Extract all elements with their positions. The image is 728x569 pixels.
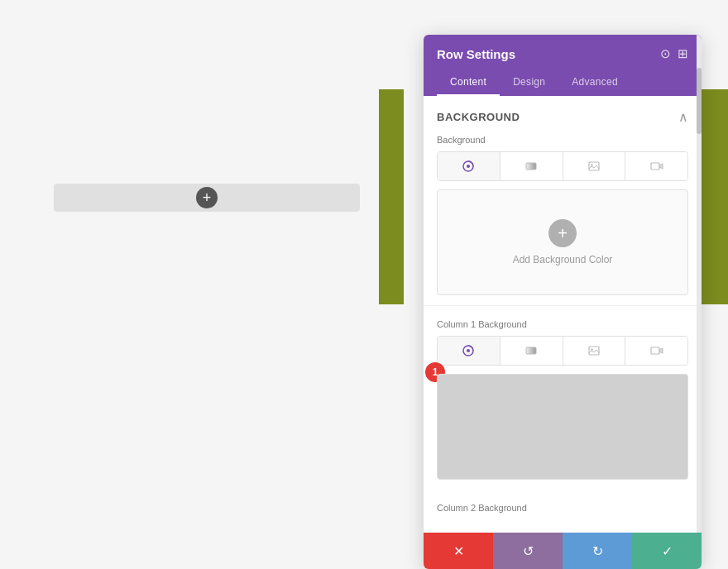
tab-design[interactable]: Design bbox=[500, 69, 558, 96]
video-icon bbox=[650, 160, 663, 173]
column1-preview-wrapper: 1 bbox=[437, 374, 688, 480]
section-header: Background ∧ bbox=[437, 109, 688, 125]
svg-point-4 bbox=[591, 164, 592, 165]
panel-body: Background ∧ Background bbox=[424, 96, 702, 533]
row-settings-panel: Row Settings ⊙ ⊞ Content Design Advanced bbox=[424, 35, 702, 569]
undo-button[interactable]: ↺ bbox=[493, 533, 563, 569]
focus-icon[interactable]: ⊙ bbox=[660, 46, 671, 61]
col1-gradient-tab[interactable] bbox=[500, 337, 563, 365]
col1-image-icon bbox=[587, 344, 601, 357]
col1-color-tab[interactable] bbox=[438, 337, 500, 365]
panel-header: Row Settings ⊙ ⊞ Content Design Advanced bbox=[424, 35, 702, 96]
column1-color-preview[interactable] bbox=[437, 374, 688, 480]
video-tab[interactable] bbox=[625, 152, 687, 180]
panel-header-icons: ⊙ ⊞ bbox=[660, 46, 688, 61]
panel-title-row: Row Settings ⊙ ⊞ bbox=[437, 46, 688, 61]
svg-rect-8 bbox=[526, 347, 536, 354]
svg-rect-11 bbox=[651, 347, 659, 354]
section-title: Background bbox=[437, 111, 520, 123]
svg-rect-2 bbox=[526, 163, 536, 170]
background-section: Background ∧ Background bbox=[424, 96, 702, 306]
tab-content[interactable]: Content bbox=[437, 69, 500, 96]
background-icon-tabs bbox=[437, 151, 688, 181]
panel-footer: ✕ ↺ ↻ ✓ bbox=[424, 533, 702, 569]
add-color-icon: + bbox=[548, 219, 577, 247]
col1-image-tab[interactable] bbox=[563, 337, 626, 365]
cancel-button[interactable]: ✕ bbox=[424, 533, 493, 569]
add-row-button[interactable]: + bbox=[196, 187, 218, 208]
column1-section: Column 1 Background bbox=[424, 306, 702, 490]
column1-label: Column 1 Background bbox=[437, 319, 688, 329]
svg-point-1 bbox=[467, 165, 470, 168]
image-tab[interactable] bbox=[563, 152, 626, 180]
redo-button[interactable]: ↻ bbox=[563, 533, 632, 569]
svg-rect-5 bbox=[651, 163, 659, 170]
add-background-color-box[interactable]: + Add Background Color bbox=[437, 189, 688, 295]
column2-label: Column 2 Background bbox=[424, 490, 702, 513]
scrollbar-thumb[interactable] bbox=[697, 68, 702, 134]
svg-point-7 bbox=[467, 349, 470, 352]
image-icon bbox=[587, 160, 601, 173]
add-color-label: Add Background Color bbox=[513, 254, 613, 265]
gradient-icon bbox=[524, 160, 538, 173]
add-row-bar: + bbox=[54, 184, 360, 212]
col1-video-icon bbox=[650, 344, 663, 357]
save-button[interactable]: ✓ bbox=[632, 533, 702, 569]
section-collapse-icon[interactable]: ∧ bbox=[678, 109, 688, 125]
tab-advanced[interactable]: Advanced bbox=[558, 69, 631, 96]
background-field-label: Background bbox=[437, 135, 688, 145]
svg-point-10 bbox=[591, 348, 592, 350]
tabs: Content Design Advanced bbox=[437, 69, 688, 96]
expand-icon[interactable]: ⊞ bbox=[678, 46, 688, 61]
scrollbar-track bbox=[697, 35, 702, 533]
green-column-left bbox=[379, 89, 404, 304]
color-tab[interactable] bbox=[438, 152, 500, 180]
panel-title: Row Settings bbox=[437, 47, 515, 61]
column1-icon-tabs bbox=[437, 336, 688, 366]
gradient-tab[interactable] bbox=[500, 152, 563, 180]
col1-video-tab[interactable] bbox=[625, 337, 687, 365]
color-icon bbox=[462, 160, 475, 173]
canvas: + Row Settings ⊙ ⊞ Content Design bbox=[0, 0, 728, 569]
col1-color-icon bbox=[462, 344, 475, 357]
col1-gradient-icon bbox=[524, 344, 538, 357]
